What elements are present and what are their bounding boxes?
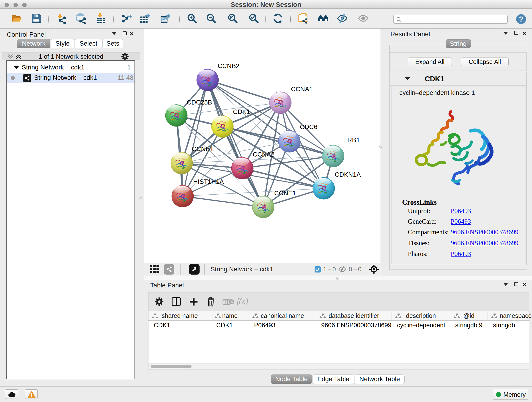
svg-text:CCNB2: CCNB2 <box>218 62 239 70</box>
svg-text:CCNB1: CCNB1 <box>192 145 214 153</box>
svg-text:CCNE1: CCNE1 <box>274 190 296 197</box>
svg-text:CDK1: CDK1 <box>233 108 250 115</box>
svg-text:CCNA2: CCNA2 <box>253 151 274 158</box>
svg-text:CDKN1A: CDKN1A <box>335 171 361 178</box>
svg-text:CDC25B: CDC25B <box>187 99 212 106</box>
svg-text:RB1: RB1 <box>347 136 360 143</box>
svg-text:HIST1H1A: HIST1H1A <box>193 178 224 185</box>
svg-text:CDC6: CDC6 <box>300 123 317 130</box>
svg-text:CCNA1: CCNA1 <box>291 85 313 93</box>
